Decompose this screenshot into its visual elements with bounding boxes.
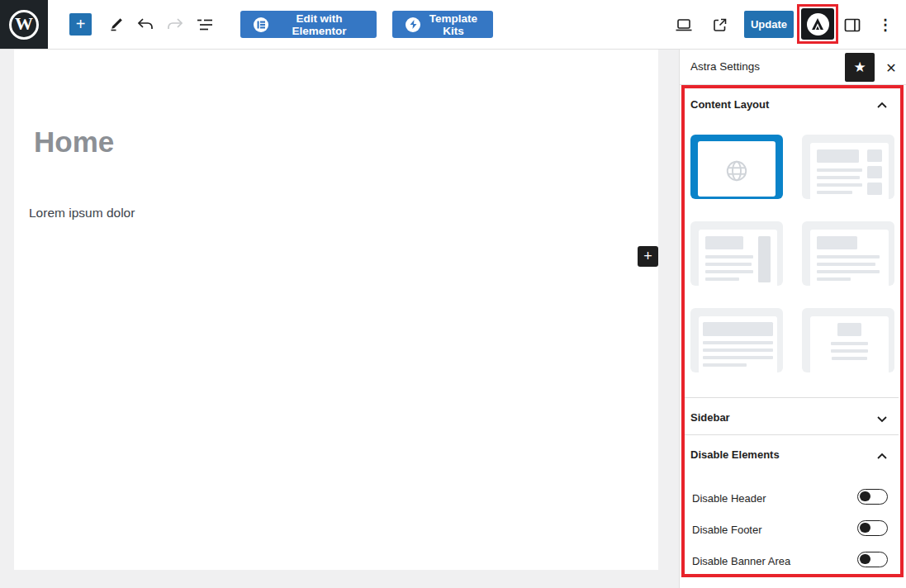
layout-thumb-card — [810, 316, 889, 372]
list-view-icon[interactable] — [192, 12, 218, 38]
globe-icon — [724, 159, 749, 183]
disable-banner-area-toggle[interactable] — [857, 552, 888, 567]
disable-footer-row: Disable Footer — [681, 517, 901, 543]
undo-icon[interactable] — [132, 12, 159, 38]
disable-header-label: Disable Header — [692, 492, 766, 505]
disable-header-row: Disable Header — [681, 486, 901, 512]
wordpress-logo[interactable]: W — [0, 0, 48, 49]
layout-thumb-card — [810, 143, 889, 199]
section-sidebar-label: Sidebar — [690, 411, 730, 424]
astra-settings-toggle-button[interactable] — [801, 8, 834, 40]
settings-sidebar-icon[interactable] — [839, 12, 866, 38]
block-inserter-button[interactable]: + — [69, 13, 92, 36]
layout-option-normal[interactable] — [802, 221, 894, 286]
panel-header: Astra Settings ★ ✕ — [680, 50, 906, 85]
options-kebab-icon[interactable]: ⋮ — [872, 12, 899, 38]
highlight-box-astra-icon — [797, 4, 838, 44]
edit-with-elementor-button[interactable]: Edit with Elementor — [240, 11, 377, 38]
layout-option-content-sidebar[interactable] — [690, 221, 783, 286]
editor-canvas[interactable]: Home Lorem ipsum dolor + — [14, 50, 658, 570]
disable-header-toggle[interactable] — [857, 489, 888, 505]
disable-banner-area-row: Disable Banner Area — [681, 548, 901, 575]
layout-option-default-selected[interactable] — [690, 135, 783, 199]
redo-icon — [162, 12, 188, 38]
preview-desktop-icon[interactable] — [671, 12, 697, 38]
elementor-icon — [254, 17, 268, 32]
layout-thumb-card — [699, 316, 777, 372]
chevron-up-icon — [876, 100, 888, 111]
chevron-down-icon — [876, 413, 888, 424]
section-content-layout-label: Content Layout — [690, 98, 769, 111]
view-post-external-icon[interactable] — [706, 12, 733, 38]
toggle-knob — [860, 491, 870, 502]
editor-toolbar: W + Edit with Elementor Template Kits Up… — [0, 0, 906, 50]
layout-thumb-card — [810, 230, 889, 286]
disable-footer-toggle[interactable] — [857, 520, 888, 536]
disable-banner-area-label: Disable Banner Area — [692, 555, 790, 567]
pin-star-button[interactable]: ★ — [845, 53, 875, 82]
layout-option-stretched[interactable] — [690, 308, 783, 372]
tools-pencil-icon[interactable] — [102, 12, 129, 38]
layout-thumb-card — [698, 141, 776, 197]
template-kits-label: Template Kits — [427, 12, 480, 37]
block-append-button[interactable]: + — [638, 246, 658, 267]
section-disable-elements-label: Disable Elements — [690, 448, 780, 461]
template-kits-button[interactable]: Template Kits — [392, 11, 493, 38]
close-icon[interactable]: ✕ — [880, 57, 902, 78]
astra-icon — [807, 13, 829, 36]
disable-footer-label: Disable Footer — [692, 524, 762, 536]
post-paragraph[interactable]: Lorem ipsum dolor — [29, 206, 135, 220]
toggle-knob — [860, 523, 870, 533]
post-title[interactable]: Home — [34, 126, 114, 159]
astra-settings-panel: Astra Settings ★ ✕ Content Layout — [679, 50, 906, 588]
update-button[interactable]: Update — [744, 11, 794, 38]
layout-option-right-sidebar[interactable] — [802, 135, 894, 199]
chevron-up-icon — [876, 451, 888, 462]
template-kits-icon — [406, 17, 420, 32]
wordpress-icon: W — [9, 10, 39, 40]
toggle-knob — [860, 554, 870, 565]
layout-option-narrow[interactable] — [802, 308, 894, 372]
panel-title: Astra Settings — [690, 60, 760, 73]
edit-with-elementor-label: Edit with Elementor — [275, 12, 363, 37]
layout-thumb-card — [699, 230, 777, 286]
